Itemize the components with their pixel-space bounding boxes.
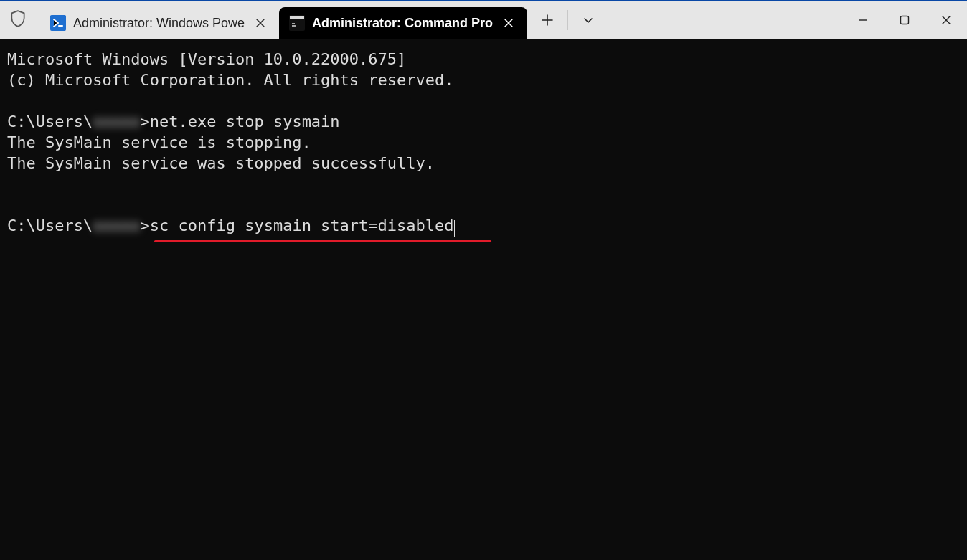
banner-line: Microsoft Windows [Version 10.0.22000.67… <box>7 50 406 68</box>
shield-icon <box>9 9 27 31</box>
tab-close-button[interactable] <box>252 14 269 32</box>
tab-command-prompt[interactable]: Administrator: Command Pro <box>279 7 527 39</box>
app-window: Administrator: Windows Powe Administrato… <box>0 0 967 560</box>
redacted-username: xxxxx <box>93 215 140 236</box>
title-bar: Administrator: Windows Powe Administrato… <box>0 0 967 39</box>
tab-powershell[interactable]: Administrator: Windows Powe <box>40 7 279 39</box>
prompt-path: C:\Users\ <box>7 217 93 234</box>
text-cursor <box>454 220 455 237</box>
prompt-gt: > <box>140 113 149 130</box>
tab-strip: Administrator: Windows Powe Administrato… <box>27 1 527 39</box>
title-bar-left <box>0 1 27 39</box>
tab-dropdown-button[interactable] <box>568 1 608 39</box>
minimize-button[interactable] <box>842 1 884 39</box>
terminal-output: Microsoft Windows [Version 10.0.22000.67… <box>7 49 960 236</box>
annotation-underline <box>154 240 491 242</box>
tab-label: Administrator: Windows Powe <box>73 16 245 31</box>
title-bar-spacer <box>608 1 842 39</box>
banner-line: (c) Microsoft Corporation. All rights re… <box>7 71 454 89</box>
window-controls <box>842 1 967 39</box>
prompt-gt: > <box>140 217 149 234</box>
redacted-username: xxxxx <box>93 111 140 132</box>
command-2: sc config sysmain start=disabled <box>150 217 454 234</box>
powershell-icon <box>50 15 66 31</box>
prompt-path: C:\Users\ <box>7 113 93 130</box>
maximize-button[interactable] <box>884 1 925 39</box>
tab-label: Administrator: Command Pro <box>312 16 493 31</box>
output-line: The SysMain service is stopping. <box>7 133 311 151</box>
terminal-pane[interactable]: Microsoft Windows [Version 10.0.22000.67… <box>0 39 967 560</box>
tab-close-button[interactable] <box>500 14 517 32</box>
output-line: The SysMain service was stopped successf… <box>7 154 435 172</box>
command-1: net.exe stop sysmain <box>150 113 340 130</box>
svg-rect-2 <box>290 16 304 19</box>
new-tab-button[interactable] <box>527 1 567 39</box>
tab-actions <box>527 1 608 39</box>
cmd-icon <box>289 15 305 31</box>
close-window-button[interactable] <box>925 1 967 39</box>
svg-rect-3 <box>901 16 909 24</box>
